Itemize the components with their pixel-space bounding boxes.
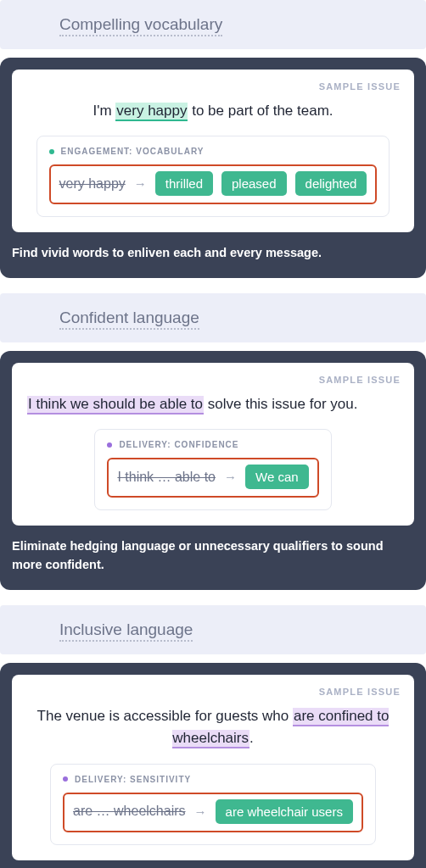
issue-box: DELIVERY: SENSITIVITY are … wheelchairs … — [50, 764, 376, 845]
sample-panel: SAMPLE ISSUE I'm very happy to be part o… — [12, 70, 414, 232]
suggestion-chip[interactable]: are wheelchair users — [216, 799, 353, 824]
arrow-right-icon: → — [224, 470, 237, 484]
strikethrough-text: very happy — [59, 176, 126, 192]
arrow-right-icon: → — [194, 804, 207, 819]
feature-section: Inclusive language SAMPLE ISSUE The venu… — [0, 605, 426, 868]
suggestion-row: are … wheelchairs → are wheelchair users — [63, 793, 363, 832]
section-header: Compelling vocabulary — [0, 0, 426, 49]
sample-card: SAMPLE ISSUE I'm very happy to be part o… — [0, 58, 426, 278]
feature-section: Confident language SAMPLE ISSUE I think … — [0, 293, 426, 590]
sentence-pre: I'm — [92, 103, 115, 119]
sample-panel: SAMPLE ISSUE I think we should be able t… — [12, 363, 414, 526]
suggestion-row: I think … able to → We can — [107, 458, 318, 498]
sample-card: SAMPLE ISSUE The venue is accessible for… — [0, 663, 426, 868]
issue-category: DELIVERY: SENSITIVITY — [63, 775, 363, 784]
issue-box: DELIVERY: CONFIDENCE I think … able to →… — [94, 429, 331, 510]
section-title: Compelling vocabulary — [59, 15, 222, 36]
sample-sentence: The venue is accessible for guests who a… — [25, 705, 401, 750]
issue-category: DELIVERY: CONFIDENCE — [107, 440, 318, 449]
suggestion-chip[interactable]: thrilled — [155, 171, 213, 196]
highlighted-text: very happy — [115, 103, 188, 121]
category-dot-icon — [49, 149, 54, 154]
sentence-pre: The venue is accessible for guests who — [37, 708, 293, 724]
sentence-post: to be part of the team. — [188, 103, 333, 119]
suggestion-chip[interactable]: We can — [245, 465, 309, 489]
section-title: Inclusive language — [59, 620, 193, 642]
category-label: ENGAGEMENT: VOCABULARY — [61, 147, 205, 156]
suggestion-chip[interactable]: delighted — [295, 171, 367, 196]
strikethrough-text: are … wheelchairs — [73, 804, 186, 819]
category-dot-icon — [63, 776, 68, 782]
issue-box: ENGAGEMENT: VOCABULARY very happy → thri… — [36, 136, 390, 217]
sample-panel: SAMPLE ISSUE The venue is accessible for… — [12, 675, 414, 860]
strikethrough-text: I think … able to — [117, 470, 216, 485]
sample-issue-label: SAMPLE ISSUE — [25, 81, 401, 92]
feature-caption: Eliminate hedging language or unnecessar… — [12, 537, 414, 575]
feature-caption: Find vivid words to enliven each and eve… — [12, 244, 414, 263]
highlighted-text: I think we should be able to — [27, 396, 204, 415]
section-header: Inclusive language — [0, 605, 426, 654]
category-label: DELIVERY: CONFIDENCE — [119, 440, 238, 449]
sample-sentence: I think we should be able to solve this … — [25, 393, 401, 415]
section-title: Confident language — [59, 309, 199, 330]
sentence-post: solve this issue for you. — [204, 396, 357, 412]
sample-issue-label: SAMPLE ISSUE — [25, 687, 401, 697]
suggestion-chip[interactable]: pleased — [221, 171, 287, 196]
sample-issue-label: SAMPLE ISSUE — [25, 375, 401, 385]
arrow-right-icon: → — [134, 176, 147, 191]
sentence-post: . — [249, 730, 254, 746]
category-label: DELIVERY: SENSITIVITY — [75, 775, 191, 784]
suggestion-row: very happy → thrilled pleased delighted — [49, 164, 378, 204]
sample-sentence: I'm very happy to be part of the team. — [25, 100, 401, 122]
feature-section: Compelling vocabulary SAMPLE ISSUE I'm v… — [0, 0, 426, 278]
sample-card: SAMPLE ISSUE I think we should be able t… — [0, 351, 426, 590]
issue-category: ENGAGEMENT: VOCABULARY — [49, 147, 378, 156]
category-dot-icon — [107, 442, 112, 448]
section-header: Confident language — [0, 293, 426, 342]
